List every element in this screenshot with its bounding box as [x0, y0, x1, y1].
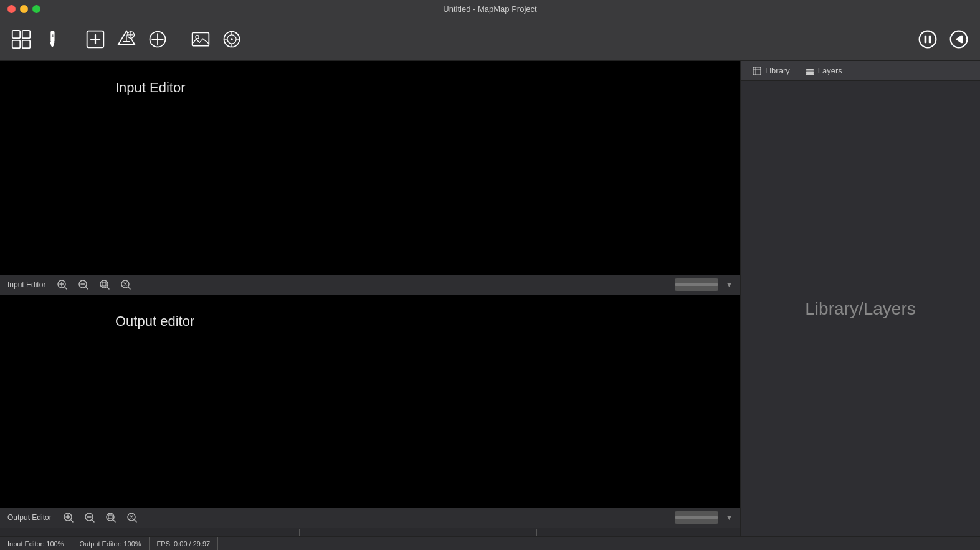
rewind-button[interactable] [945, 26, 973, 53]
close-button[interactable] [7, 5, 16, 13]
paint-brush-button[interactable]: + [39, 26, 66, 53]
output-zoom-out-button[interactable] [82, 510, 98, 526]
svg-rect-60 [806, 69, 814, 71]
svg-rect-61 [806, 71, 814, 73]
svg-rect-32 [961, 35, 963, 42]
video-output-button[interactable] [218, 26, 245, 53]
layers-tab[interactable]: Layers [799, 64, 849, 78]
svg-line-36 [65, 287, 67, 289]
svg-rect-1 [22, 30, 30, 37]
pause-button[interactable] [914, 26, 941, 53]
output-editor-statusbar: Output Editor [0, 508, 740, 528]
add-mesh-button[interactable] [113, 26, 140, 53]
output-editor-zoom-status: Output Editor: 100% [72, 537, 150, 550]
input-zoom-reset-button[interactable] [118, 277, 134, 293]
input-zoom-slider[interactable] [675, 278, 718, 291]
scrollbar-marker-2 [536, 529, 537, 536]
svg-rect-54 [108, 515, 112, 519]
svg-line-39 [86, 287, 88, 289]
input-zoom-out-button[interactable] [75, 277, 92, 293]
input-editor-label: Input Editor [115, 80, 186, 96]
svg-line-48 [71, 520, 73, 522]
svg-rect-18 [193, 32, 209, 45]
svg-rect-3 [22, 40, 30, 47]
svg-rect-57 [753, 67, 761, 75]
input-editor-statusbar: Input Editor [0, 275, 740, 295]
svg-point-52 [107, 513, 114, 521]
output-editor-canvas[interactable]: Output editor [0, 295, 740, 508]
output-zoom-arrow: ▼ [726, 514, 733, 521]
library-tab-label: Library [765, 66, 790, 75]
titlebar: Untitled - MapMap Project [0, 0, 980, 17]
toolbar-sep-2 [179, 27, 179, 52]
svg-point-27 [920, 31, 936, 47]
layers-icon [805, 66, 815, 76]
toolbar-right [914, 26, 973, 53]
output-zoom-reset-button[interactable] [124, 510, 140, 526]
svg-rect-2 [12, 40, 20, 47]
svg-rect-62 [806, 73, 814, 75]
svg-line-44 [128, 287, 130, 289]
svg-point-19 [196, 35, 199, 38]
layers-tab-label: Layers [818, 66, 842, 75]
toolbar-sep-1 [74, 27, 74, 52]
output-editor-status-label: Output Editor [7, 513, 52, 522]
window-title: Untitled - MapMap Project [443, 4, 536, 14]
input-editor-zoom-status: Input Editor: 100% [7, 537, 72, 550]
input-zoom-fit-button[interactable] [97, 277, 113, 293]
horizontal-scrollbar[interactable] [0, 528, 740, 536]
svg-rect-0 [12, 30, 20, 37]
add-media-button[interactable] [82, 26, 109, 53]
input-zoom-in-button[interactable] [54, 277, 70, 293]
svg-text:+: + [51, 33, 54, 39]
svg-line-51 [92, 520, 94, 522]
grid-panel-button[interactable] [7, 26, 35, 53]
main-layout: Input Editor Input Editor [0, 61, 980, 536]
svg-line-41 [107, 287, 109, 289]
svg-point-22 [231, 38, 233, 40]
maximize-button[interactable] [32, 5, 40, 13]
image-output-button[interactable] [187, 26, 214, 53]
scrollbar-marker-1 [299, 529, 300, 536]
input-editor-panel: Input Editor Input Editor [0, 61, 740, 295]
input-zoom-arrow: ▼ [726, 281, 733, 288]
svg-line-53 [113, 520, 115, 522]
svg-rect-29 [929, 35, 931, 42]
editors-column: Input Editor Input Editor [0, 61, 740, 536]
input-editor-status-label: Input Editor [7, 280, 45, 289]
svg-line-56 [135, 520, 136, 522]
add-shape-button[interactable] [144, 26, 171, 53]
window-controls [7, 5, 40, 13]
output-zoom-in-button[interactable] [60, 510, 77, 526]
minimize-button[interactable] [20, 5, 28, 13]
input-zoom-slider-track [675, 283, 718, 286]
output-editor-panel: Output editor Output Editor [0, 295, 740, 528]
toolbar: + [0, 17, 980, 61]
fps-status: FPS: 0.00 / 29.97 [150, 537, 219, 550]
library-tab[interactable]: Library [746, 64, 796, 78]
statusbar: Input Editor: 100% Output Editor: 100% F… [0, 536, 980, 550]
input-editor-canvas[interactable]: Input Editor [0, 61, 740, 275]
output-zoom-slider-track [675, 516, 718, 519]
library-icon [752, 66, 762, 76]
panel-section-title: Library/Layers [805, 299, 915, 319]
svg-marker-31 [956, 35, 961, 42]
right-panel-tabs: Library Layers [741, 61, 980, 81]
right-panel: Library Layers Library/Layers [740, 61, 980, 536]
output-editor-label: Output editor [115, 313, 194, 330]
svg-point-40 [100, 280, 108, 288]
svg-rect-42 [102, 282, 106, 286]
output-zoom-fit-button[interactable] [103, 510, 119, 526]
output-zoom-slider[interactable] [675, 511, 718, 524]
right-panel-content: Library/Layers [741, 81, 980, 536]
svg-rect-28 [925, 35, 927, 42]
